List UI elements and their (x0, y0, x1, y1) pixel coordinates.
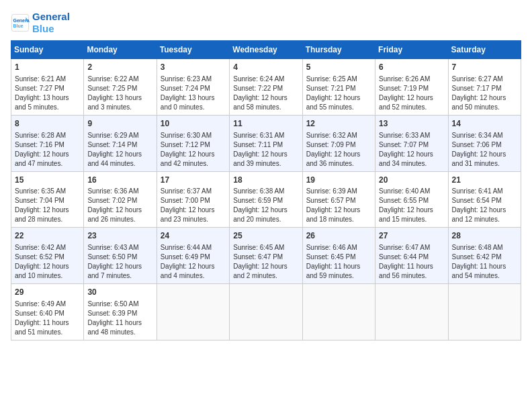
day-info: Sunrise: 6:50 AM Sunset: 6:39 PM Dayligh… (87, 300, 152, 337)
calendar-header-sunday: Sunday (11, 41, 84, 59)
calendar-cell: 24Sunrise: 6:44 AM Sunset: 6:49 PM Dayli… (157, 228, 229, 284)
calendar-header-friday: Friday (375, 41, 448, 59)
calendar-header-wednesday: Wednesday (230, 41, 302, 59)
day-info: Sunrise: 6:24 AM Sunset: 7:22 PM Dayligh… (233, 75, 298, 112)
calendar-week-row: 15Sunrise: 6:35 AM Sunset: 7:04 PM Dayli… (11, 171, 521, 228)
day-number: 27 (379, 230, 444, 242)
calendar-cell: 16Sunrise: 6:36 AM Sunset: 7:02 PM Dayli… (84, 171, 157, 228)
calendar-table: SundayMondayTuesdayWednesdayThursdayFrid… (11, 40, 521, 340)
day-info: Sunrise: 6:36 AM Sunset: 7:02 PM Dayligh… (87, 187, 152, 224)
calendar-cell (448, 284, 521, 340)
calendar-cell: 3Sunrise: 6:23 AM Sunset: 7:24 PM Daylig… (157, 59, 229, 116)
calendar-cell: 15Sunrise: 6:35 AM Sunset: 7:04 PM Dayli… (11, 171, 84, 228)
calendar-week-row: 8Sunrise: 6:28 AM Sunset: 7:16 PM Daylig… (11, 115, 521, 171)
day-number: 19 (306, 175, 371, 186)
day-number: 15 (15, 175, 80, 186)
calendar-cell: 5Sunrise: 6:25 AM Sunset: 7:21 PM Daylig… (302, 59, 375, 116)
calendar-header-row: SundayMondayTuesdayWednesdayThursdayFrid… (11, 41, 521, 59)
calendar-cell: 18Sunrise: 6:38 AM Sunset: 6:59 PM Dayli… (230, 171, 302, 228)
calendar-cell: 23Sunrise: 6:43 AM Sunset: 6:50 PM Dayli… (84, 228, 157, 284)
day-info: Sunrise: 6:38 AM Sunset: 6:59 PM Dayligh… (233, 187, 298, 224)
day-number: 18 (233, 175, 298, 186)
day-number: 22 (15, 230, 80, 242)
calendar-cell: 10Sunrise: 6:30 AM Sunset: 7:12 PM Dayli… (157, 115, 229, 171)
day-number: 16 (87, 175, 152, 186)
calendar-cell: 4Sunrise: 6:24 AM Sunset: 7:22 PM Daylig… (230, 59, 302, 116)
day-number: 11 (233, 118, 298, 130)
day-info: Sunrise: 6:47 AM Sunset: 6:44 PM Dayligh… (379, 243, 444, 281)
day-info: Sunrise: 6:46 AM Sunset: 6:45 PM Dayligh… (306, 243, 371, 281)
calendar-cell: 8Sunrise: 6:28 AM Sunset: 7:16 PM Daylig… (11, 115, 84, 171)
calendar-cell: 2Sunrise: 6:22 AM Sunset: 7:25 PM Daylig… (84, 59, 157, 116)
day-info: Sunrise: 6:21 AM Sunset: 7:27 PM Dayligh… (15, 75, 80, 112)
svg-text:Blue: Blue (13, 24, 24, 28)
day-number: 13 (379, 118, 444, 130)
day-number: 29 (15, 287, 80, 298)
day-number: 7 (452, 62, 517, 73)
day-info: Sunrise: 6:39 AM Sunset: 6:57 PM Dayligh… (306, 187, 371, 224)
day-number: 14 (452, 118, 517, 130)
day-info: Sunrise: 6:28 AM Sunset: 7:16 PM Dayligh… (15, 131, 80, 169)
day-number: 2 (87, 62, 152, 73)
calendar-cell: 22Sunrise: 6:42 AM Sunset: 6:52 PM Dayli… (11, 228, 84, 284)
calendar-cell: 12Sunrise: 6:32 AM Sunset: 7:09 PM Dayli… (302, 115, 375, 171)
calendar-cell: 20Sunrise: 6:40 AM Sunset: 6:55 PM Dayli… (375, 171, 448, 228)
day-info: Sunrise: 6:25 AM Sunset: 7:21 PM Dayligh… (306, 75, 371, 112)
logo-icon: General Blue (11, 13, 30, 32)
day-info: Sunrise: 6:41 AM Sunset: 6:54 PM Dayligh… (452, 187, 517, 224)
day-info: Sunrise: 6:22 AM Sunset: 7:25 PM Dayligh… (87, 75, 152, 112)
calendar-week-row: 1Sunrise: 6:21 AM Sunset: 7:27 PM Daylig… (11, 59, 521, 116)
day-number: 23 (87, 230, 152, 242)
calendar-cell: 21Sunrise: 6:41 AM Sunset: 6:54 PM Dayli… (448, 171, 521, 228)
day-number: 30 (87, 287, 152, 298)
day-info: Sunrise: 6:31 AM Sunset: 7:11 PM Dayligh… (233, 131, 298, 169)
calendar-cell: 25Sunrise: 6:45 AM Sunset: 6:47 PM Dayli… (230, 228, 302, 284)
calendar-cell: 14Sunrise: 6:34 AM Sunset: 7:06 PM Dayli… (448, 115, 521, 171)
day-number: 20 (379, 175, 444, 186)
calendar-cell: 26Sunrise: 6:46 AM Sunset: 6:45 PM Dayli… (302, 228, 375, 284)
calendar-cell: 29Sunrise: 6:49 AM Sunset: 6:40 PM Dayli… (11, 284, 84, 340)
day-info: Sunrise: 6:33 AM Sunset: 7:07 PM Dayligh… (379, 131, 444, 169)
day-number: 5 (306, 62, 371, 73)
day-info: Sunrise: 6:37 AM Sunset: 7:00 PM Dayligh… (161, 187, 226, 224)
day-number: 24 (161, 230, 226, 242)
day-info: Sunrise: 6:23 AM Sunset: 7:24 PM Dayligh… (161, 75, 226, 112)
calendar-cell: 13Sunrise: 6:33 AM Sunset: 7:07 PM Dayli… (375, 115, 448, 171)
day-info: Sunrise: 6:49 AM Sunset: 6:40 PM Dayligh… (15, 300, 80, 337)
calendar-week-row: 29Sunrise: 6:49 AM Sunset: 6:40 PM Dayli… (11, 284, 521, 340)
calendar-cell (157, 284, 229, 340)
svg-rect-0 (11, 14, 28, 31)
day-number: 10 (161, 118, 226, 130)
day-number: 25 (233, 230, 298, 242)
calendar-header-tuesday: Tuesday (157, 41, 229, 59)
calendar-header-thursday: Thursday (302, 41, 375, 59)
calendar-cell (230, 284, 302, 340)
calendar-cell: 28Sunrise: 6:48 AM Sunset: 6:42 PM Dayli… (448, 228, 521, 284)
day-info: Sunrise: 6:48 AM Sunset: 6:42 PM Dayligh… (452, 243, 517, 281)
day-info: Sunrise: 6:34 AM Sunset: 7:06 PM Dayligh… (452, 131, 517, 169)
day-info: Sunrise: 6:45 AM Sunset: 6:47 PM Dayligh… (233, 243, 298, 281)
day-info: Sunrise: 6:32 AM Sunset: 7:09 PM Dayligh… (306, 131, 371, 169)
calendar-cell: 30Sunrise: 6:50 AM Sunset: 6:39 PM Dayli… (84, 284, 157, 340)
calendar-header-saturday: Saturday (448, 41, 521, 59)
calendar-cell (375, 284, 448, 340)
day-number: 12 (306, 118, 371, 130)
day-info: Sunrise: 6:26 AM Sunset: 7:19 PM Dayligh… (379, 75, 444, 112)
calendar-cell: 19Sunrise: 6:39 AM Sunset: 6:57 PM Dayli… (302, 171, 375, 228)
day-info: Sunrise: 6:44 AM Sunset: 6:49 PM Dayligh… (161, 243, 226, 281)
day-number: 9 (87, 118, 152, 130)
day-info: Sunrise: 6:35 AM Sunset: 7:04 PM Dayligh… (15, 187, 80, 224)
day-number: 1 (15, 62, 80, 73)
day-number: 21 (452, 175, 517, 186)
day-number: 28 (452, 230, 517, 242)
day-info: Sunrise: 6:29 AM Sunset: 7:14 PM Dayligh… (87, 131, 152, 169)
day-number: 4 (233, 62, 298, 73)
calendar-header-monday: Monday (84, 41, 157, 59)
logo-text: General Blue (32, 11, 70, 35)
logo: General Blue General Blue (11, 11, 70, 35)
day-number: 26 (306, 230, 371, 242)
day-info: Sunrise: 6:43 AM Sunset: 6:50 PM Dayligh… (87, 243, 152, 281)
day-info: Sunrise: 6:30 AM Sunset: 7:12 PM Dayligh… (161, 131, 226, 169)
calendar-week-row: 22Sunrise: 6:42 AM Sunset: 6:52 PM Dayli… (11, 228, 521, 284)
calendar-cell: 27Sunrise: 6:47 AM Sunset: 6:44 PM Dayli… (375, 228, 448, 284)
